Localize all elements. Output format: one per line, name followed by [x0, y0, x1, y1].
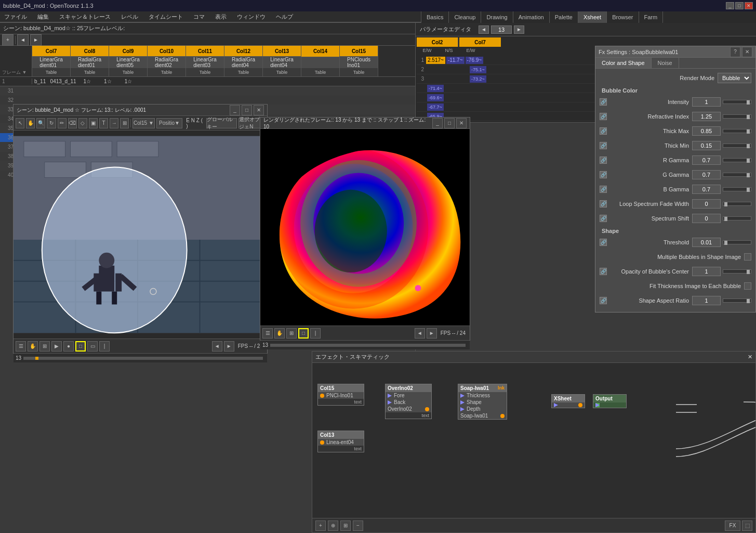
- tool-shape[interactable]: ◇: [78, 118, 87, 128]
- fx-specshift-input[interactable]: [692, 214, 721, 223]
- vl-prev-btn[interactable]: ◄: [212, 341, 222, 352]
- col-select-btn[interactable]: Col15 ▼: [132, 118, 154, 128]
- tab-xsheet[interactable]: Xsheet: [578, 11, 607, 23]
- fx-bgamma-input[interactable]: [692, 185, 721, 194]
- fx-thickmin-slider[interactable]: [723, 144, 751, 148]
- fx-refract-icon[interactable]: 🔗: [600, 113, 607, 120]
- menu-view[interactable]: 表示: [213, 12, 229, 22]
- vr-dots-btn[interactable]: ⊞: [286, 328, 297, 339]
- fx-intensity-input[interactable]: [692, 97, 721, 107]
- col11-top[interactable]: Col11: [186, 46, 224, 57]
- fx-threshold-input[interactable]: [692, 238, 721, 247]
- tab-palette[interactable]: Palette: [550, 11, 578, 23]
- col15-top[interactable]: Col15: [340, 46, 378, 57]
- node-tb-scene[interactable]: ⬚: [742, 521, 752, 531]
- node-col13[interactable]: Col13 Linea-ent04 text: [317, 431, 364, 452]
- menu-edit[interactable]: 編集: [35, 12, 51, 22]
- fx-thickmax-icon[interactable]: 🔗: [600, 127, 607, 135]
- tool-text[interactable]: T: [99, 118, 108, 128]
- vr-line-btn[interactable]: |: [310, 328, 321, 339]
- vl-hand-btn[interactable]: ✋: [28, 341, 38, 352]
- fx-rgamma-slider[interactable]: [723, 158, 751, 162]
- node-output[interactable]: Output: [593, 394, 627, 408]
- tool-rotate[interactable]: ↻: [47, 118, 56, 128]
- fx-opacity-input[interactable]: [692, 267, 721, 276]
- tab-animation[interactable]: Animation: [513, 11, 550, 23]
- vl-play-btn[interactable]: ▶: [51, 341, 62, 352]
- position-btn[interactable]: Positio▼: [156, 118, 183, 128]
- node-tb-add[interactable]: +: [315, 521, 326, 531]
- menu-level[interactable]: レベル: [119, 12, 140, 22]
- fx-intensity-slider[interactable]: [723, 100, 751, 104]
- fx-threshold-slider[interactable]: [723, 240, 751, 244]
- fx-ggamma-icon[interactable]: 🔗: [600, 171, 607, 178]
- node-editor-close[interactable]: ✕: [748, 354, 752, 360]
- tool-brush[interactable]: ✏: [58, 118, 67, 128]
- node-col15[interactable]: Col15 PNCl-Ino01 text: [317, 384, 364, 406]
- viewport-left-maximize[interactable]: □: [242, 105, 252, 115]
- viewport-right-close[interactable]: ✕: [456, 118, 467, 128]
- fx-loop-input[interactable]: [692, 199, 721, 209]
- fx-bgamma-icon[interactable]: 🔗: [600, 186, 607, 193]
- tool-eraser[interactable]: ⌫: [68, 118, 77, 128]
- fx-opacity-icon[interactable]: 🔗: [600, 268, 607, 275]
- menu-scan[interactable]: スキャン＆トレース: [57, 12, 113, 22]
- node-tb-grid[interactable]: ⊞: [340, 521, 351, 531]
- fx-bgamma-slider[interactable]: [723, 187, 751, 191]
- tool-arrow[interactable]: →: [110, 118, 118, 128]
- tab-cleanup[interactable]: Cleanup: [449, 11, 481, 23]
- new-col-button[interactable]: +: [2, 34, 14, 46]
- tool-hand[interactable]: ✋: [26, 118, 35, 128]
- fx-specshift-slider[interactable]: [723, 216, 751, 220]
- fx-close-btn[interactable]: ✕: [742, 47, 752, 57]
- maximize-button[interactable]: □: [735, 2, 744, 9]
- param-nav-next[interactable]: ►: [514, 25, 524, 34]
- fx-tab-noise[interactable]: Noise: [652, 58, 679, 68]
- node-overino02[interactable]: OverIno02 Fore Back OverIno02 text: [385, 384, 432, 419]
- fx-ggamma-input[interactable]: [692, 170, 721, 179]
- col9-top[interactable]: Col9: [109, 46, 147, 57]
- fx-ggamma-slider[interactable]: [723, 173, 751, 177]
- fx-rgamma-input[interactable]: [692, 155, 721, 165]
- fx-intensity-icon[interactable]: 🔗: [600, 98, 607, 106]
- vl-line-btn[interactable]: |: [99, 341, 110, 352]
- fx-refract-input[interactable]: [692, 112, 721, 121]
- viewport-left-minimize[interactable]: _: [230, 105, 240, 115]
- vr-menu-btn[interactable]: ☰: [262, 328, 273, 339]
- play-prev-button[interactable]: ◄: [17, 34, 29, 46]
- vr-next-btn[interactable]: ►: [427, 328, 437, 339]
- param-nav-prev[interactable]: ◄: [479, 25, 489, 34]
- close-button[interactable]: ✕: [745, 2, 753, 9]
- menu-timesheet[interactable]: タイムシート: [147, 12, 185, 22]
- tab-browser[interactable]: Browser: [607, 11, 639, 23]
- node-canvas[interactable]: Col15 PNCl-Ino01 text Col13 Linea-ent04 …: [312, 363, 755, 518]
- node-xsheet[interactable]: XSheet: [551, 394, 585, 408]
- tool-select[interactable]: ↖: [16, 118, 24, 128]
- vl-select-btn[interactable]: ⊞: [39, 341, 50, 352]
- node-soap-iwa01[interactable]: Soap-Iwa01 lnk Thickness Shape Depth Soa…: [458, 384, 507, 420]
- tab-basics[interactable]: Basics: [421, 11, 449, 23]
- vr-hand-btn[interactable]: ✋: [274, 328, 285, 339]
- menu-window[interactable]: ウィンドウ: [235, 12, 268, 22]
- fx-multibubble-checkbox[interactable]: [744, 253, 751, 261]
- col14-top[interactable]: Col14: [301, 46, 339, 57]
- viewport-right-maximize[interactable]: □: [444, 118, 455, 128]
- vl-record-btn[interactable]: ●: [63, 341, 74, 352]
- tab-farm[interactable]: Farm: [639, 11, 664, 23]
- col12-top[interactable]: Col12: [224, 46, 262, 57]
- tab-drawing[interactable]: Drawing: [481, 11, 513, 23]
- menu-frame[interactable]: コマ: [191, 12, 207, 22]
- fx-thickmin-icon[interactable]: 🔗: [600, 142, 607, 149]
- menu-file[interactable]: ファイル: [2, 12, 29, 22]
- fx-specshift-icon[interactable]: 🔗: [600, 215, 607, 222]
- fx-refract-slider[interactable]: [723, 114, 751, 119]
- fx-thickmin-input[interactable]: [692, 141, 721, 150]
- tool-node[interactable]: ⊞: [120, 118, 129, 128]
- global-key-btn[interactable]: グローバルキー: [206, 118, 237, 128]
- fx-fitthick-checkbox[interactable]: [744, 282, 751, 290]
- play-next-button[interactable]: ►: [30, 34, 42, 46]
- fx-loop-slider[interactable]: [723, 202, 751, 206]
- col8-top[interactable]: Col8: [71, 46, 109, 57]
- fx-help-btn[interactable]: ?: [730, 47, 740, 57]
- vl-next-btn[interactable]: ►: [224, 341, 234, 352]
